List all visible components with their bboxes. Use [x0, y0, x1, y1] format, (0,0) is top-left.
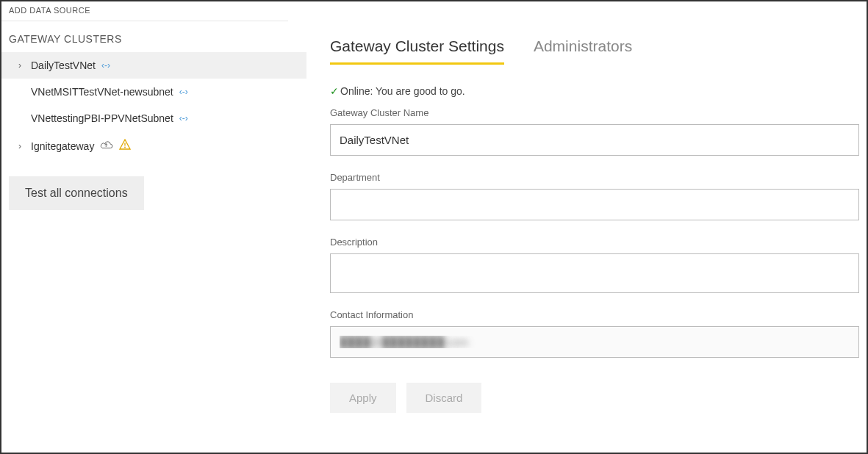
- status-text: Online: You are good to go.: [340, 85, 465, 97]
- cloud-icon: [100, 140, 113, 152]
- chevron-right-icon[interactable]: ›: [15, 60, 25, 71]
- check-icon: ✓: [330, 85, 339, 97]
- description-input[interactable]: [330, 253, 859, 293]
- department-label: Department: [330, 172, 859, 183]
- discard-button[interactable]: Discard: [406, 383, 482, 413]
- chevron-right-icon[interactable]: ›: [15, 141, 25, 151]
- apply-button[interactable]: Apply: [330, 383, 396, 413]
- cluster-name: VNettestingPBI-PPVNetSubnet: [31, 112, 173, 124]
- cluster-settings-form: Gateway Cluster Name Department Descript…: [330, 107, 859, 413]
- gateway-cluster-name-label: Gateway Cluster Name: [330, 107, 859, 118]
- contact-information-input[interactable]: [330, 326, 859, 358]
- tab-gateway-cluster-settings[interactable]: Gateway Cluster Settings: [330, 37, 504, 65]
- main-layout: GATEWAY CLUSTERS › DailyTestVNet ‹-› VNe…: [1, 21, 867, 453]
- warning-icon: [119, 139, 131, 153]
- cluster-item-vnetmsit[interactable]: VNetMSITTestVNet-newsubnet ‹-›: [1, 79, 306, 105]
- link-icon: ‹-›: [179, 87, 188, 97]
- link-icon: ‹-›: [179, 113, 188, 123]
- description-label: Description: [330, 237, 859, 248]
- content-pane: Gateway Cluster Settings Administrators …: [306, 21, 867, 453]
- cluster-item-vnettestingpbi[interactable]: VNettestingPBI-PPVNetSubnet ‹-›: [1, 105, 306, 131]
- form-actions: Apply Discard: [330, 383, 859, 413]
- cluster-item-ignitegateway[interactable]: › Ignitegateway: [1, 131, 306, 160]
- svg-point-1: [125, 147, 126, 148]
- add-data-source-link[interactable]: ADD DATA SOURCE: [1, 1, 288, 21]
- cluster-name: DailyTestVNet: [31, 60, 96, 71]
- tab-bar: Gateway Cluster Settings Administrators: [330, 37, 859, 65]
- gateway-cluster-list: › DailyTestVNet ‹-› VNetMSITTestVNet-new…: [1, 52, 306, 160]
- cluster-item-dailytestvnet[interactable]: › DailyTestVNet ‹-›: [1, 52, 306, 79]
- status-line: ✓ Online: You are good to go.: [330, 85, 859, 97]
- cluster-name: VNetMSITTestVNet-newsubnet: [31, 86, 173, 98]
- tab-administrators[interactable]: Administrators: [534, 37, 632, 65]
- contact-information-label: Contact Information: [330, 309, 859, 320]
- sidebar-heading: GATEWAY CLUSTERS: [1, 33, 306, 52]
- cluster-name: Ignitegateway: [31, 140, 94, 152]
- department-input[interactable]: [330, 189, 859, 220]
- test-all-connections-button[interactable]: Test all connections: [9, 176, 144, 210]
- gateway-cluster-name-input[interactable]: [330, 124, 859, 156]
- link-icon: ‹-›: [101, 60, 110, 71]
- sidebar: GATEWAY CLUSTERS › DailyTestVNet ‹-› VNe…: [1, 21, 306, 453]
